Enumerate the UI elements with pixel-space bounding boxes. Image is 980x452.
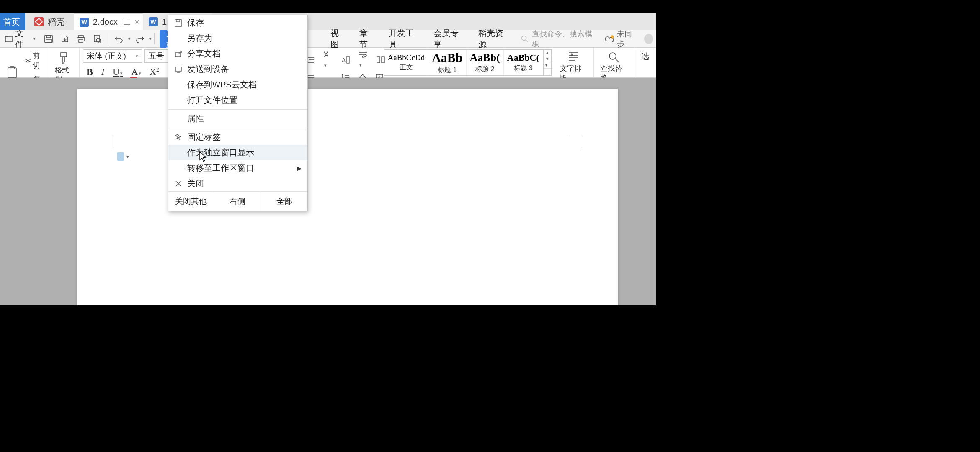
- svg-rect-19: [377, 57, 380, 63]
- styles-gallery: AaBbCcDd 正文 AaBb 标题 1 AaBb( 标题 2 AaBbC( …: [384, 49, 552, 76]
- style-heading1[interactable]: AaBb 标题 1: [428, 50, 466, 75]
- svg-rect-5: [77, 38, 85, 41]
- undo-icon[interactable]: [114, 34, 124, 44]
- quick-access-bar: 文件 ▾ ▾ ▾ 开始 视图 章节 开发工具: [0, 30, 656, 48]
- style-heading3[interactable]: AaBbC( 标题 3: [504, 50, 543, 75]
- style-body[interactable]: AaBbCcDd 正文: [384, 50, 429, 75]
- tab-docer[interactable]: 稻壳: [25, 13, 74, 30]
- separator: [168, 128, 307, 128]
- mouse-cursor-icon: [199, 151, 207, 163]
- close-icon[interactable]: ×: [134, 17, 139, 27]
- select-button[interactable]: 选: [638, 49, 652, 64]
- margin-corner-icon: [568, 135, 582, 149]
- menu-save[interactable]: 保存: [168, 15, 307, 31]
- svg-rect-27: [176, 20, 180, 22]
- page-icon: [117, 152, 124, 161]
- save-icon: [174, 19, 183, 27]
- print-icon[interactable]: [76, 34, 85, 44]
- ribbon-tab-docer-res[interactable]: 稻壳资源: [478, 28, 510, 50]
- bold-button[interactable]: B: [83, 66, 96, 79]
- ribbon: ✂ 剪切 复制 格式刷 宋体 (正文)▾: [0, 48, 656, 78]
- svg-point-9: [521, 36, 526, 40]
- avatar[interactable]: [644, 34, 653, 44]
- svg-rect-18: [347, 56, 349, 63]
- ribbon-tab-vip[interactable]: 会员专享: [433, 28, 465, 50]
- menu-close-all[interactable]: 全部: [261, 192, 307, 211]
- search-icon: [521, 35, 529, 43]
- paragraph-marker[interactable]: ▾: [117, 152, 129, 161]
- style-heading2[interactable]: AaBb( 标题 2: [467, 50, 504, 75]
- docer-icon: [34, 17, 44, 26]
- superscript-button[interactable]: X2: [146, 66, 162, 78]
- menu-move-workspace[interactable]: 转移至工作区窗口 ▶: [168, 160, 307, 176]
- menu-save-as[interactable]: 另存为: [168, 31, 307, 46]
- ribbon-tab-chapter[interactable]: 章节: [359, 28, 375, 50]
- chevron-down-icon[interactable]: ▾: [128, 36, 131, 41]
- wrap-button[interactable]: ▾: [355, 50, 371, 70]
- tab-window-icon[interactable]: [124, 20, 130, 25]
- styles-gallery-scroll[interactable]: ▲ ▼ ▾: [543, 50, 551, 75]
- sync-label: 未同步: [617, 29, 637, 49]
- file-menu[interactable]: 文件 ▾: [5, 28, 36, 50]
- separator: [168, 109, 307, 110]
- share-icon: [174, 50, 183, 58]
- file-menu-label: 文件: [15, 28, 30, 50]
- margin-corner-icon: [113, 135, 127, 149]
- chevron-down-icon[interactable]: ▼: [544, 56, 551, 62]
- scissors-icon: ✂: [25, 56, 31, 65]
- svg-point-25: [609, 53, 616, 59]
- svg-text:A: A: [324, 51, 328, 58]
- svg-rect-0: [5, 37, 12, 42]
- menu-share[interactable]: 分享文档: [168, 46, 307, 62]
- sync-status[interactable]: 未同步: [604, 29, 637, 49]
- tab-home[interactable]: 首页: [0, 13, 25, 30]
- command-search-box[interactable]: 查找命令、搜索模板: [516, 27, 600, 51]
- chevron-up-icon[interactable]: ▲: [544, 50, 551, 56]
- italic-button[interactable]: I: [98, 66, 108, 78]
- print-preview-icon[interactable]: [93, 34, 102, 44]
- word-doc-icon: W: [80, 18, 89, 27]
- tab-file-active[interactable]: W 2.docx ×: [74, 13, 143, 30]
- font-name-select[interactable]: 宋体 (正文)▾: [83, 49, 142, 63]
- svg-rect-2: [46, 35, 51, 38]
- menu-close[interactable]: 关闭: [168, 176, 307, 191]
- tab-context-menu: 保存 另存为 分享文档 发送到设备 保存到WPS云文档 打开文件位置 属性 固定…: [168, 15, 308, 211]
- menu-properties[interactable]: 属性: [168, 111, 307, 126]
- separator: [108, 33, 108, 44]
- tab-file-label: 2.docx: [93, 17, 118, 27]
- redo-icon[interactable]: [135, 34, 145, 44]
- menu-open-location[interactable]: 打开文件位置: [168, 92, 307, 108]
- save-icon[interactable]: [44, 34, 53, 44]
- chevron-down-icon[interactable]: ▾: [149, 36, 152, 41]
- gallery-more-icon[interactable]: ▾: [544, 62, 551, 69]
- cut-button[interactable]: ✂ 剪切: [23, 49, 44, 72]
- menu-close-others[interactable]: 关闭其他: [168, 192, 214, 211]
- svg-rect-29: [175, 67, 181, 71]
- underline-button[interactable]: U▾: [109, 66, 126, 78]
- menu-pin-tab[interactable]: 固定标签: [168, 129, 307, 145]
- menu-save-cloud[interactable]: 保存到WPS云文档: [168, 77, 307, 92]
- menu-close-others-row: 关闭其他 右侧 全部: [168, 191, 307, 211]
- menu-independent-window[interactable]: 作为独立窗口显示: [168, 145, 307, 160]
- folder-icon: [5, 35, 13, 43]
- export-icon[interactable]: [60, 34, 70, 44]
- ribbon-tab-view[interactable]: 视图: [330, 28, 346, 50]
- menu-close-right[interactable]: 右侧: [214, 192, 260, 211]
- document-area: ▾: [0, 78, 656, 305]
- svg-rect-3: [46, 39, 51, 43]
- svg-text:A: A: [342, 57, 346, 64]
- close-icon: [174, 180, 183, 187]
- svg-rect-15: [61, 53, 67, 57]
- pin-icon: [174, 134, 183, 141]
- phonetic-guide-button[interactable]: A▾: [320, 49, 336, 70]
- menu-send-device[interactable]: 发送到设备: [168, 62, 307, 77]
- device-icon: [174, 66, 183, 73]
- ribbon-tab-dev[interactable]: 开发工具: [389, 28, 420, 50]
- submenu-arrow-icon: ▶: [297, 165, 302, 172]
- tab-docer-label: 稻壳: [48, 16, 64, 28]
- font-color-button[interactable]: A▾: [128, 66, 144, 78]
- separator: [154, 33, 155, 44]
- text-direction-button[interactable]: A: [338, 55, 353, 65]
- search-placeholder: 查找命令、搜索模板: [532, 29, 596, 49]
- document-page[interactable]: ▾: [77, 89, 618, 305]
